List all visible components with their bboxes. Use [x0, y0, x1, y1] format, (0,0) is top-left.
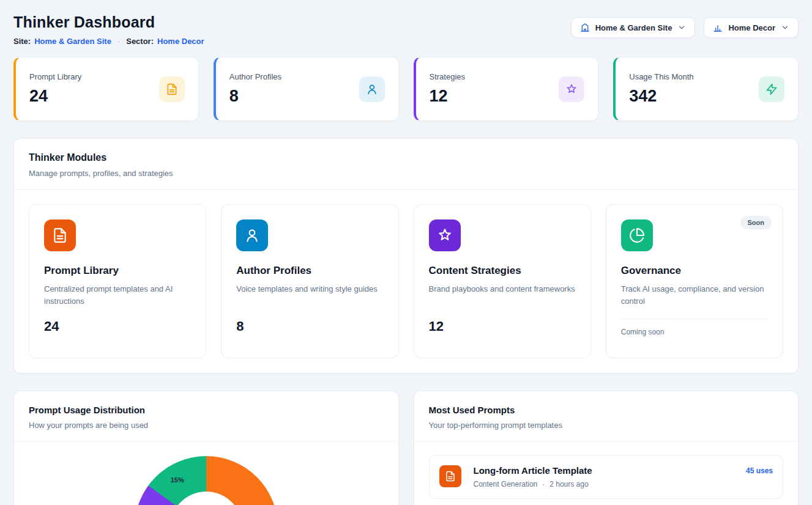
module-count: 8: [236, 319, 383, 334]
module-count: 12: [429, 319, 576, 334]
modules-grid: Prompt Library Centralized prompt templa…: [14, 190, 798, 373]
module-title: Content Strategies: [429, 265, 576, 277]
page-title: Thinker Dashboard: [13, 13, 204, 31]
sector-label: Sector:: [126, 37, 154, 46]
sector-link[interactable]: Home Decor: [157, 37, 204, 46]
prompt-item-text: Long-form Article Template Content Gener…: [474, 465, 592, 488]
site-label: Site:: [13, 37, 31, 46]
chevron-down-icon: [781, 23, 789, 32]
usage-card-subtitle: How your prompts are being used: [29, 421, 384, 430]
module-title: Governance: [621, 265, 768, 277]
stats-row: Prompt Library 24 Author Profiles 8 Stra…: [13, 57, 799, 121]
user-icon: [359, 76, 385, 102]
modules-subtitle: Manage prompts, profiles, and strategies: [29, 169, 783, 178]
stat-value: 8: [229, 87, 281, 106]
separator-dot: ·: [542, 480, 545, 488]
stat-card-prompt-library: Prompt Library 24: [13, 57, 199, 121]
topbar: Thinker Dashboard Site: Home & Garden Si…: [13, 13, 799, 46]
module-card-prompt-library[interactable]: Prompt Library Centralized prompt templa…: [29, 204, 206, 358]
module-title: Author Profiles: [236, 265, 383, 277]
donut-segment-label: 15%: [171, 476, 184, 484]
stat-label: Strategies: [430, 72, 466, 81]
module-card-content-strategies[interactable]: Content Strategies Brand playbooks and c…: [414, 204, 591, 358]
stat-label: Usage This Month: [629, 72, 693, 81]
stat-value: 12: [430, 87, 466, 106]
prompt-time: 2 hours ago: [549, 480, 588, 488]
lightning-icon: [759, 76, 784, 102]
site-selector-label: Home & Garden Site: [595, 23, 672, 32]
stat-text: Strategies 12: [430, 72, 466, 106]
document-icon: [44, 219, 76, 251]
user-icon: [236, 219, 268, 251]
pie-chart-icon: [621, 219, 653, 251]
prompt-meta: Content Generation · 2 hours ago: [474, 480, 592, 488]
coming-soon-note: Coming soon: [621, 328, 768, 336]
sector-selector-dropdown[interactable]: Home Decor: [704, 17, 799, 38]
selectors: Home & Garden Site Home Decor: [571, 13, 799, 38]
document-icon: [439, 465, 461, 487]
prompt-list-item[interactable]: Long-form Article Template Content Gener…: [429, 455, 784, 499]
stat-card-strategies: Strategies 12: [414, 57, 599, 121]
module-card-governance: Soon Governance Track AI usage, complian…: [606, 204, 783, 358]
donut-chart-area: 15%: [14, 441, 398, 505]
soon-badge: Soon: [740, 216, 772, 229]
divider: [414, 441, 799, 441]
module-count: 24: [44, 319, 191, 334]
prompt-name: Long-form Article Template: [474, 465, 592, 476]
stat-text: Usage This Month 342: [629, 72, 693, 106]
most-used-prompts-card: Most Used Prompts Your top-performing pr…: [414, 391, 799, 505]
usage-card-header: Prompt Usage Distribution How your promp…: [14, 391, 398, 441]
usage-card-title: Prompt Usage Distribution: [29, 405, 384, 415]
bar-chart-icon: [713, 23, 723, 32]
dashboard-root: Thinker Dashboard Site: Home & Garden Si…: [0, 0, 812, 505]
module-description: Brand playbooks and content frameworks: [429, 283, 576, 308]
stat-label: Author Profiles: [229, 72, 281, 81]
site-link[interactable]: Home & Garden Site: [34, 37, 111, 46]
site-selector-dropdown[interactable]: Home & Garden Site: [571, 17, 696, 38]
sparkle-icon: [559, 76, 584, 102]
module-description: Voice templates and writing style guides: [236, 283, 383, 308]
prompt-uses-badge: 45 uses: [746, 465, 773, 475]
stat-text: Author Profiles 8: [229, 72, 281, 106]
divider: [621, 319, 768, 319]
document-icon: [159, 76, 185, 102]
most-used-subtitle: Your top-performing prompt templates: [429, 421, 784, 430]
stat-text: Prompt Library 24: [29, 72, 81, 106]
module-description: Track AI usage, compliance, and version …: [621, 283, 768, 308]
prompt-category: Content Generation: [474, 480, 538, 488]
chevron-down-icon: [677, 23, 686, 32]
separator-dot: ·: [117, 37, 120, 46]
most-used-header: Most Used Prompts Your top-performing pr…: [414, 391, 799, 441]
building-icon: [580, 23, 590, 32]
module-title: Prompt Library: [44, 265, 191, 277]
stat-value: 24: [29, 87, 81, 106]
thinker-modules-panel: Thinker Modules Manage prompts, profiles…: [13, 138, 799, 374]
breadcrumb: Site: Home & Garden Site · Sector: Home …: [13, 37, 204, 46]
title-block: Thinker Dashboard Site: Home & Garden Si…: [13, 13, 204, 46]
sector-selector-label: Home Decor: [728, 23, 775, 32]
stat-value: 342: [629, 87, 693, 106]
modules-header: Thinker Modules Manage prompts, profiles…: [14, 139, 798, 189]
most-used-title: Most Used Prompts: [429, 405, 784, 415]
sparkle-icon: [429, 219, 461, 251]
stat-card-author-profiles: Author Profiles 8: [214, 57, 399, 121]
usage-donut-chart: 15%: [135, 456, 278, 505]
modules-title: Thinker Modules: [29, 152, 783, 163]
prompt-usage-distribution-card: Prompt Usage Distribution How your promp…: [13, 391, 399, 505]
stat-card-usage: Usage This Month 342: [613, 57, 799, 121]
stat-label: Prompt Library: [29, 72, 81, 81]
module-description: Centralized prompt templates and AI inst…: [44, 283, 191, 308]
bottom-row: Prompt Usage Distribution How your promp…: [13, 391, 799, 505]
module-card-author-profiles[interactable]: Author Profiles Voice templates and writ…: [221, 204, 398, 358]
